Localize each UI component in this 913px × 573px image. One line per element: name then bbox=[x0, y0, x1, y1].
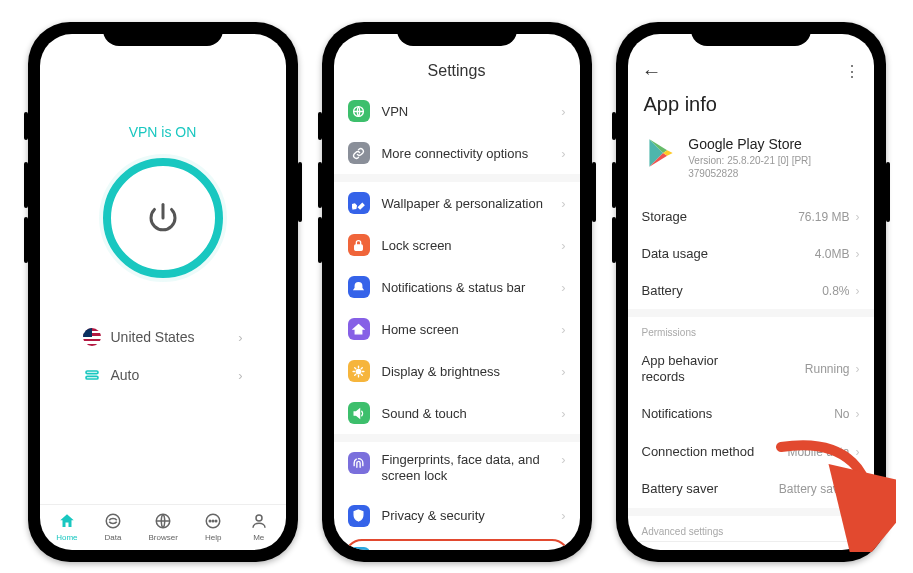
home-icon bbox=[348, 318, 370, 340]
lock-icon bbox=[348, 234, 370, 256]
svg-point-8 bbox=[256, 515, 262, 521]
tab-browser[interactable]: Browser bbox=[148, 511, 177, 542]
tab-me[interactable]: Me bbox=[249, 511, 269, 542]
settings-row-shield[interactable]: Privacy & security› bbox=[334, 495, 580, 537]
phone-settings: Settings VPN›More connectivity options›W… bbox=[322, 22, 592, 562]
uninstall-updates-button[interactable]: Uninstall updates bbox=[710, 542, 792, 550]
perm-row[interactable]: NotificationsNo › bbox=[628, 395, 874, 433]
chevron-right-icon: › bbox=[561, 104, 565, 119]
tab-data[interactable]: Data bbox=[103, 511, 123, 542]
chevron-right-icon: › bbox=[561, 322, 565, 337]
tab-bar: Home Data Browser Help Me bbox=[40, 504, 286, 550]
info-row-label: Battery bbox=[642, 283, 683, 298]
perm-row-label: App behaviorrecords bbox=[642, 353, 719, 384]
perm-row-label: Battery saver bbox=[642, 481, 719, 497]
chevron-right-icon: › bbox=[561, 508, 565, 523]
settings-row-label: Home screen bbox=[382, 322, 459, 337]
settings-row-bell[interactable]: Notifications & status bar› bbox=[334, 266, 580, 308]
data-icon bbox=[103, 511, 123, 531]
perm-row[interactable]: Battery saverBattery saver › bbox=[628, 470, 874, 508]
perm-row[interactable]: App behaviorrecordsRunning › bbox=[628, 342, 874, 395]
settings-list[interactable]: VPN›More connectivity options›Wallpaper … bbox=[334, 90, 580, 550]
home-icon bbox=[57, 511, 77, 531]
advanced-label: Advanced settings bbox=[628, 508, 874, 541]
bell-icon bbox=[348, 276, 370, 298]
info-row-value: 4.0MB › bbox=[815, 247, 860, 261]
phone-vpn: VPN is ON United States › Auto › bbox=[28, 22, 298, 562]
settings-row-finger[interactable]: Fingerprints, face data, and screen lock… bbox=[334, 442, 580, 495]
settings-row-label: Fingerprints, face data, and screen lock bbox=[382, 452, 550, 485]
perm-row-label: Notifications bbox=[642, 406, 713, 422]
tab-home[interactable]: Home bbox=[56, 511, 77, 542]
chevron-right-icon: › bbox=[561, 452, 565, 467]
user-icon bbox=[249, 511, 269, 531]
settings-row-home[interactable]: Home screen› bbox=[334, 308, 580, 350]
location-row[interactable]: United States › bbox=[83, 318, 243, 356]
phone-appinfo: ← ⋮ App info Google Play Store Version: … bbox=[616, 22, 886, 562]
shield-icon bbox=[348, 505, 370, 527]
link-icon bbox=[348, 142, 370, 164]
bottom-actions: Force stop Uninstall updates Clear data bbox=[628, 541, 874, 550]
perm-row-value: No › bbox=[834, 407, 859, 421]
brush-icon bbox=[348, 192, 370, 214]
globe-icon bbox=[153, 511, 173, 531]
settings-row-brush[interactable]: Wallpaper & personalization› bbox=[334, 182, 580, 224]
info-row[interactable]: Storage76.19 MB › bbox=[628, 198, 874, 235]
permissions-label: Permissions bbox=[628, 309, 874, 342]
settings-row-apps[interactable]: Apps› bbox=[334, 537, 580, 551]
settings-row-label: Notifications & status bar bbox=[382, 280, 526, 295]
help-icon bbox=[203, 511, 223, 531]
play-store-icon bbox=[644, 136, 677, 170]
chevron-right-icon: › bbox=[238, 368, 242, 383]
force-stop-button[interactable]: Force stop bbox=[628, 542, 710, 550]
settings-row-sound[interactable]: Sound & touch› bbox=[334, 392, 580, 434]
perm-row-value: Mobile data › bbox=[787, 445, 859, 459]
svg-point-7 bbox=[216, 520, 218, 522]
settings-row-sun[interactable]: Display & brightness› bbox=[334, 350, 580, 392]
sun-icon bbox=[348, 360, 370, 382]
more-button[interactable]: ⋮ bbox=[844, 62, 860, 81]
mode-label: Auto bbox=[111, 367, 140, 383]
perm-row[interactable]: Connection methodMobile data › bbox=[628, 433, 874, 471]
info-row[interactable]: Battery0.8% › bbox=[628, 272, 874, 309]
chevron-right-icon: › bbox=[561, 196, 565, 211]
power-button[interactable] bbox=[103, 158, 223, 278]
settings-row-link[interactable]: More connectivity options› bbox=[334, 132, 580, 174]
tab-help[interactable]: Help bbox=[203, 511, 223, 542]
apps-icon bbox=[348, 547, 370, 551]
sound-icon bbox=[348, 402, 370, 424]
settings-row-label: Lock screen bbox=[382, 238, 452, 253]
notch bbox=[691, 22, 811, 46]
auto-icon bbox=[83, 366, 101, 384]
settings-row-lock[interactable]: Lock screen› bbox=[334, 224, 580, 266]
settings-row-globe[interactable]: VPN› bbox=[334, 90, 580, 132]
svg-point-2 bbox=[106, 514, 120, 528]
perm-row-value: Battery saver › bbox=[779, 482, 860, 496]
highlight-annotation bbox=[344, 539, 570, 551]
svg-rect-10 bbox=[355, 244, 363, 249]
notch bbox=[397, 22, 517, 46]
app-version: Version: 25.8.20-21 [0] [PR] 379052828 bbox=[688, 154, 857, 180]
power-icon bbox=[145, 200, 181, 236]
settings-row-label: More connectivity options bbox=[382, 146, 529, 161]
svg-point-5 bbox=[210, 520, 212, 522]
chevron-right-icon: › bbox=[561, 364, 565, 379]
clear-data-button[interactable]: Clear data bbox=[792, 542, 874, 550]
perm-row-value: Running › bbox=[805, 362, 860, 376]
chevron-right-icon: › bbox=[561, 146, 565, 161]
settings-row-label: Display & brightness bbox=[382, 364, 501, 379]
settings-row-label: VPN bbox=[382, 104, 409, 119]
info-row[interactable]: Data usage4.0MB › bbox=[628, 235, 874, 272]
mode-row[interactable]: Auto › bbox=[83, 356, 243, 394]
vpn-status: VPN is ON bbox=[129, 124, 197, 140]
svg-rect-1 bbox=[86, 376, 98, 379]
finger-icon bbox=[348, 452, 370, 474]
chevron-right-icon: › bbox=[561, 280, 565, 295]
notch bbox=[103, 22, 223, 46]
info-row-value: 76.19 MB › bbox=[798, 210, 859, 224]
back-button[interactable]: ← bbox=[642, 60, 662, 83]
settings-row-label: Sound & touch bbox=[382, 406, 467, 421]
location-label: United States bbox=[111, 329, 195, 345]
perm-row-label: Connection method bbox=[642, 444, 755, 460]
settings-row-label: Wallpaper & personalization bbox=[382, 196, 543, 211]
